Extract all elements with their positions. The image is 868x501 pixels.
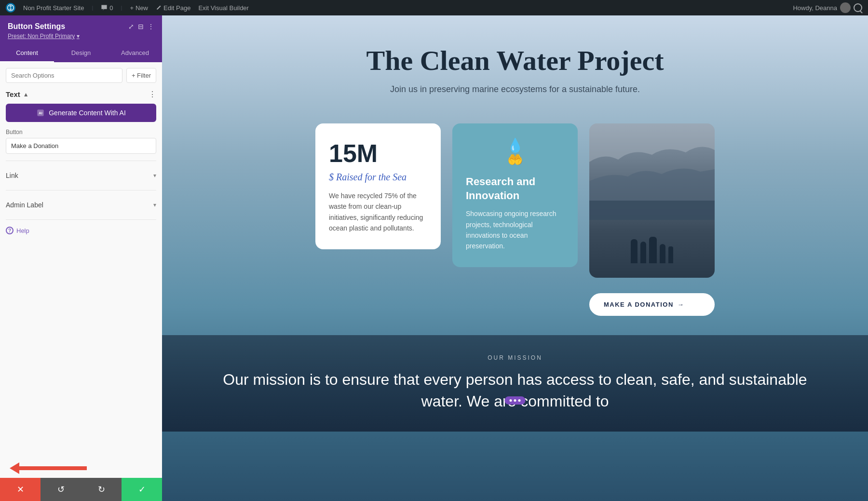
columns-icon[interactable]: ⊟: [138, 23, 144, 30]
filter-button[interactable]: + Filter: [126, 68, 156, 83]
card-title-research: Research and Innovation: [466, 175, 564, 203]
card-image: [589, 123, 715, 278]
dot-3: [518, 399, 521, 402]
svg-rect-4: [589, 201, 715, 220]
site-name[interactable]: Non Profit Starter Site: [23, 4, 84, 12]
howdy-section: Howdy, Deanna: [793, 2, 862, 13]
search-filter-row: + Filter: [6, 68, 156, 83]
admin-label-section[interactable]: Admin Label ▾: [6, 197, 156, 213]
comments-link[interactable]: 0: [101, 4, 113, 12]
svg-text:AI: AI: [39, 111, 42, 115]
panel-preset[interactable]: Preset: Non Profit Primary ▾: [8, 33, 154, 40]
wp-logo-icon[interactable]: [6, 3, 15, 13]
panel-title-icons: ⤢ ⊟ ⋮: [128, 23, 154, 30]
help-text: Help: [16, 227, 29, 234]
page-hero: The Clean Water Project Join us in prese…: [162, 15, 868, 114]
water-drop-icon: 💧: [507, 139, 524, 152]
left-panel: Button Settings ⤢ ⊟ ⋮ Preset: Non Profit…: [0, 15, 162, 501]
admin-label-chevron-icon: ▾: [153, 202, 156, 208]
people-silhouettes: [631, 237, 673, 268]
mission-label: OUR MISSION: [201, 354, 829, 361]
fullscreen-icon[interactable]: ⤢: [128, 23, 134, 30]
confirm-button[interactable]: ✓: [122, 478, 162, 501]
text-section-menu[interactable]: ⋮: [149, 90, 156, 99]
search-options-input[interactable]: [6, 68, 122, 83]
cancel-button[interactable]: ✕: [0, 478, 41, 501]
floating-dots[interactable]: [505, 396, 526, 405]
card-icon-area: 💧 🤲: [466, 139, 564, 167]
link-section[interactable]: Link ▾: [6, 168, 156, 183]
divider-3: [6, 219, 156, 220]
help-row[interactable]: ? Help: [6, 227, 156, 234]
panel-bottom-bar: ✕ ↺ ↻ ✓: [0, 478, 162, 501]
donation-arrow-icon: →: [678, 301, 685, 308]
text-section-title: Text: [6, 90, 20, 98]
exit-visual-builder-link[interactable]: Exit Visual Builder: [198, 4, 249, 12]
panel-content: + Filter Text ▲ ⋮ AI Generate Content Wi…: [0, 62, 162, 478]
tab-advanced[interactable]: Advanced: [108, 44, 162, 62]
undo-button[interactable]: ↺: [41, 478, 81, 501]
background-landscape-svg: [589, 123, 715, 220]
page-title: The Clean Water Project: [181, 44, 849, 77]
new-link[interactable]: + New: [130, 4, 148, 12]
help-icon: ?: [6, 227, 14, 234]
cards-section: 15M $ Raised for the Sea We have recycle…: [162, 114, 868, 335]
button-text-input[interactable]: [6, 138, 156, 154]
text-section-header: Text ▲ ⋮: [6, 90, 156, 99]
mission-section: OUR MISSION Our mission is to ensure tha…: [162, 335, 868, 432]
card-text-1: We have recycled 75% of the waste from o…: [329, 190, 427, 234]
admin-label-label: Admin Label: [6, 201, 43, 209]
text-section-chevron[interactable]: ▲: [23, 91, 29, 98]
card-image-bg: [589, 123, 715, 278]
tab-design[interactable]: Design: [54, 44, 108, 62]
main-content: The Clean Water Project Join us in prese…: [162, 15, 868, 501]
person-4: [660, 244, 665, 263]
divider-2: [6, 190, 156, 190]
separator-1: |: [92, 5, 93, 11]
card-raised: 15M $ Raised for the Sea We have recycle…: [315, 123, 441, 249]
card-number: 15M: [329, 139, 427, 168]
separator-2: |: [121, 5, 122, 11]
make-donation-button[interactable]: MAKE A DONATION →: [589, 293, 715, 316]
card-research: 💧 🤲 Research and Innovation Showcasing o…: [452, 123, 578, 267]
button-field-label: Button: [6, 129, 156, 135]
person-2: [640, 242, 646, 263]
person-1: [631, 239, 637, 263]
dot-2: [514, 399, 516, 402]
wp-admin-bar: Non Profit Starter Site | 0 | + New Edit…: [0, 0, 868, 15]
link-chevron-icon: ▾: [153, 172, 156, 179]
dot-1: [510, 399, 512, 402]
panel-title: Button Settings: [8, 22, 65, 31]
hand-icon: 🤲: [507, 152, 523, 167]
page-subtitle: Join us in preserving marine ecosystems …: [181, 84, 849, 95]
panel-header: Button Settings ⤢ ⊟ ⋮ Preset: Non Profit…: [0, 15, 162, 44]
tab-content[interactable]: Content: [0, 44, 54, 62]
more-options-icon[interactable]: ⋮: [148, 23, 154, 30]
mission-text: Our mission is to ensure that every pers…: [201, 369, 829, 412]
search-icon[interactable]: [854, 3, 862, 12]
redo-button[interactable]: ↻: [81, 478, 122, 501]
edit-page-link[interactable]: Edit Page: [156, 4, 190, 12]
ai-generate-button[interactable]: AI Generate Content With AI: [6, 104, 156, 122]
card-text-research: Showcasing ongoing research projects, te…: [466, 208, 564, 252]
card-subtitle-link[interactable]: $ Raised for the Sea: [329, 172, 427, 183]
ai-icon: AI: [36, 108, 45, 117]
person-5: [668, 246, 673, 263]
panel-tabs: Content Design Advanced: [0, 44, 162, 62]
card-image-container: MAKE A DONATION →: [589, 123, 715, 316]
person-3: [649, 237, 657, 263]
link-label: Link: [6, 172, 18, 179]
divider-1: [6, 161, 156, 161]
user-avatar[interactable]: [840, 2, 851, 13]
